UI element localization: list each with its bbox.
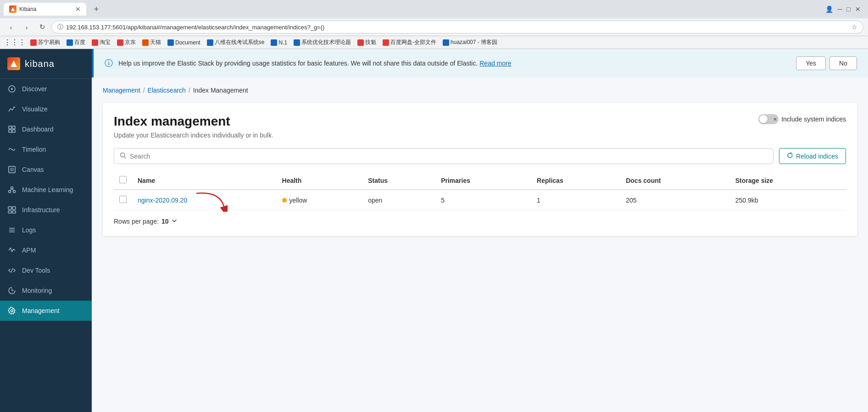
sidebar-item-dev-tools[interactable]: Dev Tools [0,260,92,280]
info-banner-actions: Yes No [796,56,857,70]
tab-close-icon[interactable]: ✕ [75,5,81,13]
refresh-button[interactable]: ↻ [36,21,49,33]
bookmark-n1[interactable]: N.1 [269,38,289,47]
rows-per-page[interactable]: Rows per page: 10 [114,218,846,225]
health-dot-yellow [282,198,287,203]
breadcrumb-current: Index Management [193,87,248,94]
th-docs-count: Docs count [620,171,729,190]
search-input[interactable] [130,153,768,160]
bookmark-sysopt[interactable]: 系统优化技术理论题 [292,38,353,47]
index-management-card: Index management Update your Elasticsear… [103,103,857,236]
breadcrumb: Management / Elasticsearch / Index Manag… [103,87,857,94]
reload-indices-button[interactable]: Reload indices [779,148,846,164]
th-status: Status [362,171,435,190]
rows-per-page-chevron-icon [172,218,177,225]
browser-restore-icon[interactable]: □ [847,5,851,13]
health-badge: yellow [282,197,357,204]
kibana-logo-inner [11,60,17,67]
sidebar-item-timelion-label: Timelion [22,146,46,153]
bookmark-bawei[interactable]: 八维在线考试系统se [205,38,267,47]
new-tab-button[interactable]: + [90,3,103,16]
bookmark-favicon [117,39,123,46]
rows-per-page-label: Rows per page: [114,218,159,225]
bookmark-baidupan[interactable]: 百度网盘-全部文件 [381,38,438,47]
sidebar-item-discover-label: Discover [22,85,47,93]
infrastructure-icon [7,205,17,214]
row-health-cell: yellow [277,190,363,210]
breadcrumb-elasticsearch[interactable]: Elasticsearch [148,87,186,94]
tab-title: Kibana [19,6,72,12]
discover-icon [7,84,17,93]
sidebar-item-logs-label: Logs [22,226,36,234]
browser-minimize-icon[interactable]: ─ [838,5,842,13]
index-name-link[interactable]: nginx-2020.09.20 [138,197,187,204]
bookmark-favicon [92,39,98,46]
management-icon [7,306,17,315]
bookmark-taobao[interactable]: 淘宝 [90,38,112,47]
bookmark-jikui[interactable]: 技魁 [356,38,378,47]
browser-chrome: Kibana ✕ + 👤 ─ □ ✕ ‹ › ↻ ⓘ 192.168.153.1… [0,0,868,49]
reload-icon [787,152,793,160]
bookmark-tianmao[interactable]: 天猫 [140,38,163,47]
sidebar-item-dashboard[interactable]: Dashboard [0,119,92,139]
info-banner: ⓘ Help us improve the Elastic Stack by p… [92,49,868,77]
machine-learning-icon [7,185,17,194]
address-bar[interactable]: ⓘ 192.168.153.177:5601/app/kibana#/manag… [51,21,863,33]
sidebar-item-apm-label: APM [22,247,36,254]
sidebar-item-infrastructure-label: Infrastructure [22,206,60,214]
bookmark-favicon [443,39,449,46]
sidebar-item-infrastructure[interactable]: Infrastructure [0,200,92,220]
bookmark-jd[interactable]: 京东 [115,38,138,47]
kibana-title: kibana [25,59,55,69]
breadcrumb-management[interactable]: Management [103,87,140,94]
svg-point-9 [9,191,11,193]
card-title-section: Index management Update your Elasticsear… [114,114,273,139]
bookmark-suning[interactable]: 苏宁易购 [28,38,62,47]
bookmark-star-icon[interactable]: ☆ [851,23,857,31]
sidebar-item-management[interactable]: Management [0,301,92,321]
monitoring-icon [7,286,17,295]
bookmark-huazai[interactable]: huazai007 - 博客园 [441,38,499,47]
svg-line-23 [124,157,126,159]
tab-favicon [9,5,17,13]
apps-icon[interactable]: ⋮⋮⋮ [4,38,26,47]
sidebar-item-monitoring[interactable]: Monitoring [0,280,92,301]
yes-button[interactable]: Yes [796,56,826,70]
system-indices-toggle[interactable]: ✕ [758,114,779,124]
visualize-icon [7,104,17,114]
page-body: Management / Elasticsearch / Index Manag… [92,77,868,412]
card-controls: ✕ Include system indices [758,114,846,124]
th-checkbox [114,171,132,190]
sidebar-item-logs[interactable]: Logs [0,220,92,240]
sidebar-item-canvas[interactable]: Canvas [0,159,92,180]
sidebar-item-visualize-label: Visualize [22,105,48,113]
th-primaries: Primaries [435,171,531,190]
bookmark-favicon [294,39,300,46]
sidebar: kibana Discover Visualize Dashboard Time… [0,49,92,412]
sidebar-item-apm[interactable]: APM [0,240,92,260]
sidebar-item-canvas-label: Canvas [22,166,44,173]
browser-close-icon[interactable]: ✕ [855,5,861,13]
back-button[interactable]: ‹ [5,21,17,33]
read-more-link[interactable]: Read more [479,60,511,67]
browser-user-icon[interactable]: 👤 [825,5,833,13]
sidebar-item-machine-learning[interactable]: Machine Learning [0,180,92,200]
bookmark-baidu[interactable]: 百度 [65,38,87,47]
canvas-icon [7,165,17,174]
index-table: Name Health Status Primaries Replicas Do… [114,171,846,210]
sidebar-item-dev-tools-label: Dev Tools [22,267,50,274]
row-checkbox[interactable] [119,196,127,203]
browser-tab[interactable]: Kibana ✕ [4,3,86,16]
card-header: Index management Update your Elasticsear… [114,114,846,139]
forward-button[interactable]: › [20,21,33,33]
svg-rect-14 [12,207,16,209]
select-all-checkbox[interactable] [119,176,127,183]
sidebar-item-timelion[interactable]: Timelion [0,139,92,159]
svg-line-11 [10,189,12,191]
bookmark-document[interactable]: Document [166,38,202,47]
sidebar-item-visualize[interactable]: Visualize [0,99,92,119]
bookmark-favicon [30,39,37,46]
sidebar-item-discover[interactable]: Discover [0,79,92,99]
svg-rect-5 [12,130,15,132]
no-button[interactable]: No [829,56,857,70]
